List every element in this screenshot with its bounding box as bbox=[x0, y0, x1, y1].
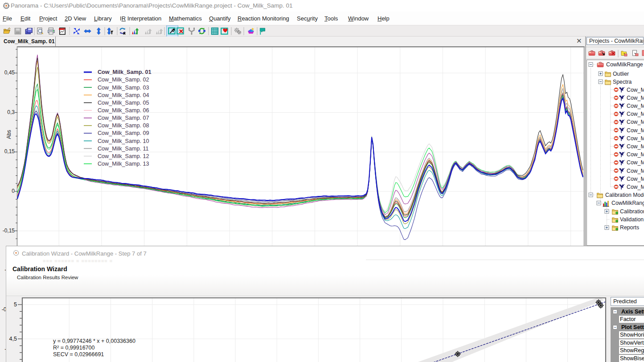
svg-text:Calibration: Calibration bbox=[620, 208, 644, 215]
svg-text:Cow_Milk_Samp. 13: Cow_Milk_Samp. 13 bbox=[627, 184, 644, 190]
svg-text:Cow_Milk_Samp. 03: Cow_Milk_Samp. 03 bbox=[627, 103, 644, 109]
svg-text:Cow_Milk_Samp. 10: Cow_Milk_Samp. 10 bbox=[627, 159, 644, 166]
svg-text:CowMilkRange: CowMilkRange bbox=[611, 200, 644, 206]
svg-text:Cow_Milk_Samp. 02: Cow_Milk_Samp. 02 bbox=[627, 95, 644, 101]
svg-text:Cow_Milk_Samp. 11: Cow_Milk_Samp. 11 bbox=[627, 168, 644, 174]
svg-text:Cow_Milk_Samp. 12: Cow_Milk_Samp. 12 bbox=[98, 153, 149, 159]
svg-text:Cow_Milk_Samp. 04: Cow_Milk_Samp. 04 bbox=[627, 111, 644, 117]
svg-text:CowMilkRange: CowMilkRange bbox=[606, 61, 643, 68]
svg-text:Cow_Milk_Samp. 08: Cow_Milk_Samp. 08 bbox=[627, 143, 644, 150]
svg-text:Cow_Milk_Samp. 06: Cow_Milk_Samp. 06 bbox=[627, 127, 644, 134]
svg-text:Cow_Milk_Samp. 05: Cow_Milk_Samp. 05 bbox=[627, 119, 644, 125]
svg-text:Cow_Milk_Samp. 09: Cow_Milk_Samp. 09 bbox=[627, 151, 644, 158]
svg-text:Cow_Milk_Samp. 12: Cow_Milk_Samp. 12 bbox=[627, 176, 644, 182]
svg-text:Cow_Milk_Samp. 02: Cow_Milk_Samp. 02 bbox=[98, 77, 149, 83]
svg-text:Cow_Milk_Samp. 08: Cow_Milk_Samp. 08 bbox=[98, 122, 149, 129]
svg-text:Outlier: Outlier bbox=[613, 71, 629, 77]
svg-text:Cow_Milk_Samp. 13: Cow_Milk_Samp. 13 bbox=[98, 161, 149, 167]
svg-text:Cow_Milk_Samp. 03: Cow_Milk_Samp. 03 bbox=[98, 85, 149, 91]
svg-text:Cow_Milk_Samp. 05: Cow_Milk_Samp. 05 bbox=[98, 100, 149, 106]
svg-text:Calibration Models: Calibration Models bbox=[605, 192, 644, 198]
svg-text:Cow_Milk_Samp. 07: Cow_Milk_Samp. 07 bbox=[98, 115, 149, 121]
svg-text:Cow_Milk_Samp. 07: Cow_Milk_Samp. 07 bbox=[627, 135, 644, 142]
svg-text:Spectra: Spectra bbox=[613, 79, 632, 85]
svg-text:Cow_Milk_Samp. 10: Cow_Milk_Samp. 10 bbox=[98, 138, 149, 144]
svg-text:Cow_Milk_Samp. 01: Cow_Milk_Samp. 01 bbox=[627, 87, 644, 93]
svg-text:Cow_Milk_Samp. 09: Cow_Milk_Samp. 09 bbox=[98, 130, 149, 136]
svg-text:Validation: Validation bbox=[620, 216, 644, 223]
svg-text:Cow_Milk_Samp. 04: Cow_Milk_Samp. 04 bbox=[98, 92, 149, 98]
svg-text:Cow_Milk_Samp. 11: Cow_Milk_Samp. 11 bbox=[98, 146, 149, 152]
svg-text:Reports: Reports bbox=[620, 224, 639, 231]
svg-text:Cow_Milk_Samp. 01: Cow_Milk_Samp. 01 bbox=[98, 69, 151, 75]
svg-text:Cow_Milk_Samp. 06: Cow_Milk_Samp. 06 bbox=[98, 107, 149, 114]
